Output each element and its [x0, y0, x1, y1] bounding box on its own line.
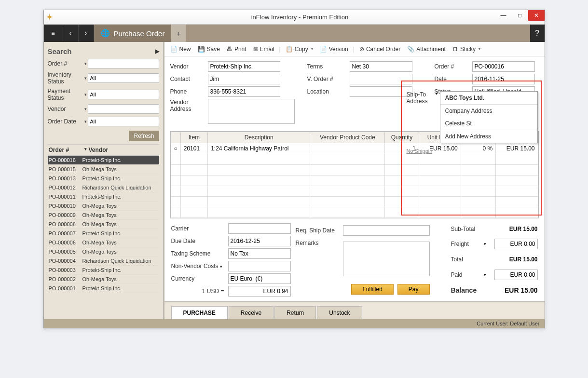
print-button[interactable]: 🖶Print	[224, 45, 249, 54]
filter-order-input[interactable]	[88, 59, 159, 68]
new-tab-button[interactable]: +	[171, 25, 186, 42]
search-header: Search ▶	[48, 45, 159, 57]
copy-icon: 📋	[286, 46, 293, 53]
order-row[interactable]: PO-000009Oh-Mega Toys	[48, 211, 159, 220]
cancel-icon: ⊘	[359, 46, 364, 53]
tab-purchase-order[interactable]: 🌐 Purchase Order	[94, 25, 172, 42]
contact-input[interactable]	[208, 74, 280, 84]
reqship-input[interactable]	[343, 225, 430, 236]
nvc-input[interactable]	[228, 261, 291, 271]
new-button[interactable]: 📄New	[167, 45, 194, 54]
filter-pay-status[interactable]	[88, 90, 159, 99]
paid-input[interactable]	[494, 270, 538, 280]
pay-button[interactable]: Pay	[397, 284, 430, 295]
titlebar: ✦ inFlow Inventory - Premium Edition — □…	[44, 10, 545, 25]
order-row[interactable]: PO-000007Protekt-Ship Inc.	[48, 229, 159, 238]
vorder-input[interactable]	[350, 74, 412, 84]
order-row[interactable]: PO-000012Richardson Quick Liquidation	[48, 183, 159, 192]
shipto-option-celeste[interactable]: Celeste St	[440, 117, 537, 130]
collapse-icon[interactable]: ▶	[155, 48, 159, 54]
tab-label: Purchase Order	[114, 29, 165, 38]
sidebar: Search ▶ Order #▾ Inventory Status▾ Paym…	[44, 42, 164, 319]
cancel-order-button[interactable]: ⊘Cancel Order	[356, 45, 403, 54]
filter-vendor[interactable]	[88, 104, 159, 114]
sort-icon[interactable]: ▾	[82, 147, 89, 153]
version-icon: 📄	[320, 46, 327, 53]
shipto-option-abc[interactable]: ABC Toys Ltd.	[440, 92, 537, 105]
order-row[interactable]: PO-000015Oh-Mega Toys	[48, 165, 159, 174]
save-icon: 💾	[198, 46, 205, 53]
shipto-dropdown-icon[interactable]: ▾	[434, 91, 440, 96]
new-icon: 📄	[170, 46, 178, 53]
filter-order-date[interactable]	[88, 117, 159, 126]
order-form: Vendor Terms Order # Contact V. Order # …	[164, 56, 545, 128]
tab-return[interactable]: Return	[274, 306, 316, 319]
order-list-header: Order # ▾ Vendor	[48, 144, 159, 156]
save-button[interactable]: 💾Save	[195, 45, 223, 54]
minimize-button[interactable]: —	[495, 10, 512, 21]
currency-input[interactable]	[228, 273, 291, 284]
tab-receive[interactable]: Receive	[229, 306, 273, 319]
tab-bar: ≡ ‹ › 🌐 Purchase Order + ?	[44, 25, 545, 42]
date-input[interactable]	[472, 74, 535, 84]
email-icon: ✉	[253, 46, 258, 53]
bottom-form: Carrier Due Date Taxing Scheme Non-Vendo…	[164, 218, 545, 301]
order-row[interactable]: PO-000001Protekt-Ship Inc.	[48, 284, 159, 293]
status-bar: Current User: Default User	[44, 319, 545, 328]
freight-input[interactable]	[494, 239, 538, 249]
order-row[interactable]: PO-000006Oh-Mega Toys	[48, 238, 159, 247]
close-button[interactable]: ✕	[528, 10, 545, 21]
back-button[interactable]: ‹	[63, 25, 79, 42]
orderno-input[interactable]	[472, 61, 535, 72]
carrier-input[interactable]	[228, 223, 291, 234]
vendor-address-input[interactable]	[208, 99, 295, 124]
fulfilled-button[interactable]: Fulfilled	[351, 284, 393, 295]
duedate-input[interactable]	[228, 236, 291, 246]
rate-input[interactable]	[228, 286, 291, 297]
bottom-tabs: PURCHASE Receive Return Unstock	[164, 301, 545, 319]
order-row[interactable]: PO-000013Protekt-Ship Inc.	[48, 174, 159, 183]
remarks-input[interactable]	[343, 242, 430, 276]
version-button[interactable]: 📄Version	[317, 45, 351, 54]
filter-inv-status[interactable]	[88, 73, 159, 83]
attachment-button[interactable]: 📎Attachment	[404, 45, 449, 54]
shipto-option-addnew[interactable]: Add New Address	[440, 130, 537, 143]
order-row[interactable]: PO-000010Oh-Mega Toys	[48, 202, 159, 211]
app-logo-icon: ✦	[44, 13, 55, 22]
window-title: inFlow Inventory - Premium Edition	[55, 14, 545, 21]
sticky-button[interactable]: 🗒Sticky▾	[450, 45, 483, 54]
order-row[interactable]: PO-000005Oh-Mega Toys	[48, 247, 159, 256]
content-pane: 📄New 💾Save 🖶Print ✉Email | 📋Copy▾ 📄Versi…	[164, 42, 545, 319]
refresh-button[interactable]: Refresh	[129, 131, 159, 141]
no-shipping-link[interactable]: No Shippin	[407, 148, 433, 154]
sticky-icon: 🗒	[452, 46, 458, 53]
phone-input[interactable]	[208, 86, 280, 97]
shipto-option-company[interactable]: Company Address	[440, 105, 537, 117]
shipto-menu: ABC Toys Ltd. Company Address Celeste St…	[440, 91, 538, 143]
vendor-input[interactable]	[208, 61, 280, 72]
tax-input[interactable]	[228, 248, 291, 259]
location-input[interactable]	[350, 86, 412, 97]
order-list: PO-000016Protekt-Ship Inc.PO-000015Oh-Me…	[48, 156, 159, 319]
help-button[interactable]: ?	[530, 25, 545, 42]
forward-button[interactable]: ›	[79, 25, 94, 42]
tab-unstock[interactable]: Unstock	[317, 306, 362, 319]
menu-button[interactable]: ≡	[44, 25, 63, 42]
maximize-button[interactable]: □	[512, 10, 528, 21]
copy-button[interactable]: 📋Copy▾	[283, 45, 316, 54]
app-window: ✦ inFlow Inventory - Premium Edition — □…	[43, 10, 545, 328]
shipto-panel: Ship-To Address ▾ ABC Toys Ltd. Company …	[407, 91, 538, 154]
order-row[interactable]: PO-000011Protekt-Ship Inc.	[48, 192, 159, 202]
row-radio-icon[interactable]: ○	[174, 145, 178, 152]
order-row[interactable]: PO-000008Oh-Mega Toys	[48, 220, 159, 229]
order-row[interactable]: PO-000002Oh-Mega Toys	[48, 275, 159, 284]
order-row[interactable]: PO-000003Protekt-Ship Inc.	[48, 266, 159, 275]
terms-input[interactable]	[350, 61, 412, 72]
email-button[interactable]: ✉Email	[250, 45, 277, 54]
print-icon: 🖶	[227, 46, 232, 53]
tab-purchase[interactable]: PURCHASE	[171, 306, 228, 319]
action-toolbar: 📄New 💾Save 🖶Print ✉Email | 📋Copy▾ 📄Versi…	[164, 42, 545, 56]
order-row[interactable]: PO-000004Richardson Quick Liquidation	[48, 256, 159, 266]
attachment-icon: 📎	[407, 46, 414, 53]
order-row[interactable]: PO-000016Protekt-Ship Inc.	[48, 156, 159, 165]
